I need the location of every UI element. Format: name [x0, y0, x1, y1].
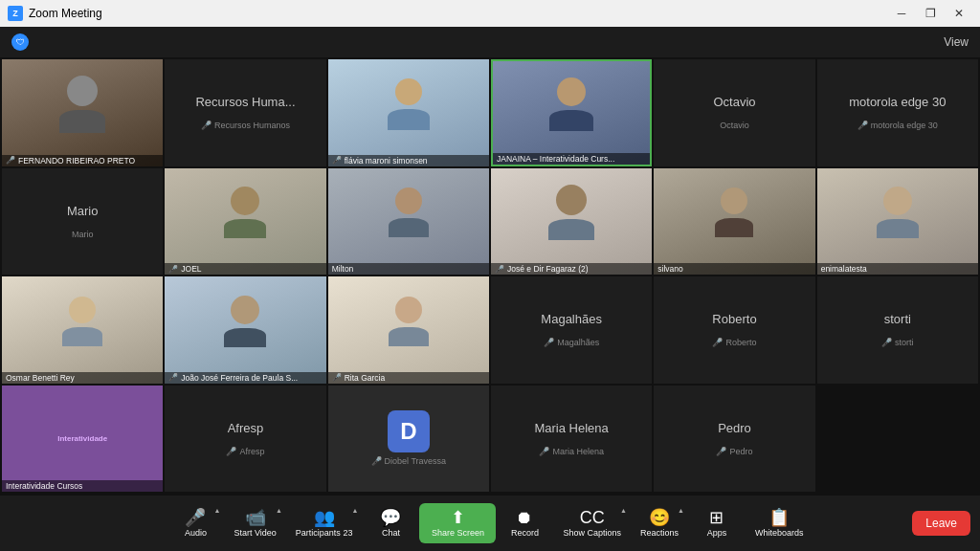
video-cell-7[interactable]: Mario Mario [2, 168, 163, 276]
video-cell-22[interactable]: Maria Helena 🎤 Maria Helena [491, 386, 652, 493]
video-cell-8[interactable]: 🎤 JOEL [165, 168, 325, 276]
audio-chevron-icon: ▲ [214, 507, 221, 514]
video-cell-empty-1 [817, 386, 978, 493]
mute-icon-3: 🎤 [332, 156, 342, 165]
participant-label-11: silvano [654, 263, 814, 275]
participant-label-15: 🎤 Rita Garcia [328, 372, 489, 384]
close-button[interactable]: ✕ [946, 0, 972, 27]
participants-label: Participants 23 [296, 528, 353, 538]
participant-name-20: Afresp [239, 447, 264, 456]
mute-icon-14: 🎤 [168, 373, 178, 382]
participant-name-12: enimalatesta [821, 264, 867, 274]
mute-indicator-22: 🎤 Maria Helena [539, 447, 604, 456]
video-cell-10[interactable]: 🎤 José e Dir Fagaraz (2) [491, 168, 652, 276]
audio-icon: 🎤 [185, 509, 206, 526]
participant-name-19: Interatividade Cursos [6, 481, 82, 491]
participant-name-2: Recursos Humanos [214, 121, 290, 130]
titlebar-left: Z Zoom Meeting [8, 6, 102, 21]
participant-label-13: Osmar Benetti Rey [2, 372, 163, 384]
participant-name-21: Diobel Travessa [385, 456, 447, 466]
video-cell-11[interactable]: silvano [654, 168, 814, 276]
mute-icon-21: 🎤 [371, 456, 382, 466]
share-label: Share Screen [432, 528, 484, 538]
mute-icon-23: 🎤 [716, 447, 726, 456]
participant-display-5: Octavio [713, 95, 755, 109]
view-button[interactable]: View [944, 35, 969, 49]
video-cell-21[interactable]: D 🎤 Diobel Travessa [328, 386, 489, 493]
interatividade-logo: Interatividade [57, 434, 107, 443]
mute-indicator-7: Mario [72, 230, 94, 239]
mute-indicator-6: 🎤 motorola edge 30 [858, 121, 938, 130]
participants-button[interactable]: ▲ 👥 Participants 23 [286, 505, 363, 541]
mute-indicator-20: 🎤 Afresp [226, 447, 264, 456]
leave-button[interactable]: Leave [912, 511, 970, 536]
captions-chevron-icon: ▲ [620, 507, 627, 514]
record-button[interactable]: ⏺ Record [496, 505, 553, 541]
apps-icon: ⊞ [709, 509, 724, 526]
reactions-button[interactable]: ▲ 😊 Reactions [631, 505, 688, 541]
participant-name-5: Octavio [720, 121, 749, 130]
whiteboards-button[interactable]: 📋 Whiteboards [746, 505, 813, 541]
mute-indicator-23: 🎤 Pedro [716, 447, 752, 456]
video-cell-15[interactable]: 🎤 Rita Garcia [328, 276, 489, 384]
mute-indicator-21: 🎤 Diobel Travessa [371, 456, 447, 466]
mute-icon-6: 🎤 [858, 121, 868, 130]
video-cell-12[interactable]: enimalatesta [817, 168, 978, 276]
restore-button[interactable]: ❐ [917, 0, 944, 27]
avatar-letter-21: D [388, 410, 430, 452]
video-cell-18[interactable]: storti 🎤 storti [817, 276, 978, 384]
mute-icon-10: 🎤 [495, 265, 504, 274]
video-cell-16[interactable]: Magalhães 🎤 Magalhães [491, 276, 652, 384]
audio-button[interactable]: ▲ 🎤 Audio [167, 505, 224, 541]
participant-name-6: motorola edge 30 [871, 121, 938, 130]
share-icon: ⬆ [451, 509, 465, 526]
mute-indicator-2: 🎤 Recursos Humanos [201, 121, 290, 130]
participant-name-7: Mario [72, 230, 94, 239]
participant-name-15: Rita Garcia [345, 373, 386, 383]
participant-name-10: José e Dir Fagaraz (2) [507, 264, 589, 274]
video-cell-4[interactable]: JANAINA – Interatividade Curs... [491, 59, 652, 166]
video-cell-19[interactable]: Interatividade Interatividade Cursos [2, 386, 163, 493]
mute-icon-2: 🎤 [201, 121, 212, 130]
video-cell-17[interactable]: Roberto 🎤 Roberto [654, 276, 814, 384]
apps-button[interactable]: ⊞ Apps [688, 505, 746, 541]
participant-label-12: enimalatesta [817, 263, 978, 275]
mute-icon-8: 🎤 [168, 265, 178, 274]
participant-display-23: Pedro [718, 421, 751, 435]
video-cell-5[interactable]: Octavio Octavio [654, 59, 814, 166]
video-cell-2[interactable]: Recursos Huma... 🎤 Recursos Humanos [165, 59, 325, 166]
participant-display-18: storti [884, 312, 911, 326]
video-camera-icon: 📹 [245, 509, 266, 526]
video-cell-3[interactable]: 🎤 flávia maroni simonsen [328, 59, 489, 166]
participant-display-22: Maria Helena [534, 421, 608, 435]
video-cell-20[interactable]: Afresp 🎤 Afresp [165, 386, 325, 493]
video-cell-13[interactable]: Osmar Benetti Rey [2, 276, 163, 384]
audio-label: Audio [185, 528, 207, 538]
participant-name-17: Roberto [725, 338, 756, 347]
video-cell-1[interactable]: 🎤 FERNANDO RIBEIRAO PRETO [2, 59, 163, 166]
participant-name-16: Magalhães [557, 338, 599, 347]
participant-display-6: motorola edge 30 [849, 95, 946, 109]
reactions-chevron-icon: ▲ [678, 507, 684, 514]
captions-button[interactable]: ▲ CC Show Captions [553, 505, 631, 541]
participant-name-4: JANAINA – Interatividade Curs... [497, 154, 614, 164]
record-label: Record [511, 528, 539, 538]
video-button[interactable]: ▲ 📹 Start Video [224, 505, 285, 541]
video-cell-6[interactable]: motorola edge 30 🎤 motorola edge 30 [817, 59, 978, 166]
video-cell-14[interactable]: 🎤 João José Ferreira de Paula S... [165, 276, 325, 384]
minimize-button[interactable]: ─ [888, 0, 915, 27]
reactions-icon: 😊 [649, 509, 670, 526]
titlebar-controls[interactable]: ─ ❐ ✕ [888, 0, 972, 27]
mute-icon-1: 🎤 [6, 156, 15, 165]
video-cell-9[interactable]: Milton [328, 168, 489, 276]
chat-button[interactable]: 💬 Chat [362, 505, 419, 541]
security-shield-icon[interactable]: 🛡 [11, 33, 29, 51]
participant-label-10: 🎤 José e Dir Fagaraz (2) [491, 263, 652, 275]
share-screen-button[interactable]: ⬆ Share Screen [419, 503, 496, 543]
participant-display-20: Afresp [228, 421, 264, 435]
participant-display-17: Roberto [712, 312, 756, 326]
participants-chevron-icon: ▲ [351, 507, 358, 514]
zoom-topbar: 🛡 View [0, 27, 980, 57]
video-cell-23[interactable]: Pedro 🎤 Pedro [654, 386, 814, 493]
mute-indicator-5: Octavio [720, 121, 749, 130]
